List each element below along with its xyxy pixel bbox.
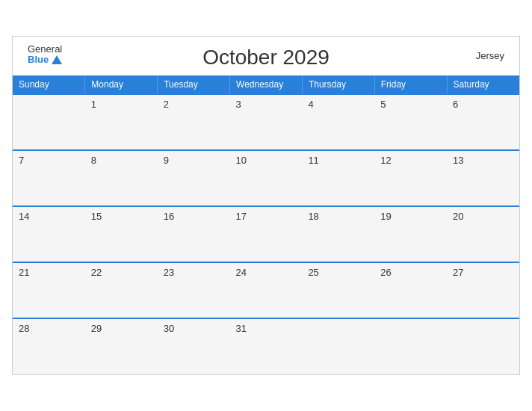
location-label: Jersey xyxy=(476,50,504,61)
calendar-body: 1234567891011121314151617181920212223242… xyxy=(13,94,519,374)
day-number: 12 xyxy=(380,155,391,166)
day-number: 6 xyxy=(453,99,458,110)
calendar-week-row: 21222324252627 xyxy=(13,262,519,318)
logo-triangle-icon xyxy=(52,55,62,64)
day-number: 11 xyxy=(308,155,318,166)
day-number: 27 xyxy=(453,267,463,278)
calendar-cell: 16 xyxy=(158,206,230,262)
calendar-cell: 19 xyxy=(374,206,447,262)
day-number: 24 xyxy=(236,267,247,278)
calendar-cell: 10 xyxy=(230,150,303,206)
day-number: 14 xyxy=(19,211,29,222)
calendar-cell: 2 xyxy=(158,94,230,150)
calendar-cell: 6 xyxy=(447,94,519,150)
day-number: 10 xyxy=(236,155,247,166)
day-number: 13 xyxy=(453,155,463,166)
calendar-cell: 3 xyxy=(230,94,303,150)
day-number: 2 xyxy=(164,99,169,110)
calendar-cell: 12 xyxy=(374,150,447,206)
calendar-cell: 29 xyxy=(85,318,158,374)
header-tuesday: Tuesday xyxy=(158,75,230,94)
day-number: 21 xyxy=(19,267,29,278)
calendar-cell: 11 xyxy=(302,150,374,206)
day-number: 8 xyxy=(91,155,96,166)
day-number: 31 xyxy=(236,323,247,334)
calendar-cell: 18 xyxy=(302,206,374,262)
calendar-container: General Blue October 2029 Jersey Sunday … xyxy=(12,36,520,375)
calendar-cell: 21 xyxy=(13,262,85,318)
calendar-cell: 20 xyxy=(447,206,519,262)
calendar-week-row: 28293031 xyxy=(13,318,519,374)
header-friday: Friday xyxy=(374,75,447,94)
calendar-cell: 23 xyxy=(158,262,230,318)
day-number: 20 xyxy=(453,211,463,222)
day-number: 30 xyxy=(164,323,174,334)
header-thursday: Thursday xyxy=(302,75,374,94)
day-number: 3 xyxy=(236,99,241,110)
day-number: 15 xyxy=(91,211,102,222)
calendar-cell: 28 xyxy=(13,318,85,374)
day-number: 17 xyxy=(236,211,247,222)
calendar-cell: 31 xyxy=(230,318,303,374)
calendar-cell: 14 xyxy=(13,206,85,262)
calendar-cell: 8 xyxy=(85,150,158,206)
header-monday: Monday xyxy=(85,75,158,94)
calendar-cell: 15 xyxy=(85,206,158,262)
day-number: 28 xyxy=(19,323,29,334)
calendar-cell xyxy=(302,318,374,374)
header-wednesday: Wednesday xyxy=(230,75,303,94)
day-number: 25 xyxy=(308,267,318,278)
calendar-cell: 4 xyxy=(302,94,374,150)
day-number: 7 xyxy=(19,155,24,166)
logo-general-text: General xyxy=(28,44,62,55)
calendar-cell: 5 xyxy=(374,94,447,150)
day-number: 4 xyxy=(308,99,313,110)
calendar-cell xyxy=(13,94,85,150)
day-number: 22 xyxy=(91,267,102,278)
calendar-cell: 7 xyxy=(13,150,85,206)
calendar-cell: 22 xyxy=(85,262,158,318)
day-number: 29 xyxy=(91,323,102,334)
day-number: 9 xyxy=(164,155,169,166)
days-header-row: Sunday Monday Tuesday Wednesday Thursday… xyxy=(13,75,519,94)
calendar-cell: 25 xyxy=(302,262,374,318)
calendar-cell: 1 xyxy=(85,94,158,150)
calendar-thead: Sunday Monday Tuesday Wednesday Thursday… xyxy=(13,75,519,94)
day-number: 26 xyxy=(380,267,391,278)
calendar-cell: 17 xyxy=(230,206,303,262)
day-number: 16 xyxy=(164,211,174,222)
calendar-title: October 2029 xyxy=(202,46,330,69)
calendar-cell: 13 xyxy=(447,150,519,206)
calendar-cell: 26 xyxy=(374,262,447,318)
day-number: 19 xyxy=(380,211,391,222)
calendar-cell: 30 xyxy=(158,318,230,374)
logo: General Blue xyxy=(28,44,62,66)
day-number: 23 xyxy=(164,267,174,278)
calendar-cell: 27 xyxy=(447,262,519,318)
calendar-cell: 24 xyxy=(230,262,303,318)
calendar-cell xyxy=(447,318,519,374)
header-saturday: Saturday xyxy=(447,75,519,94)
header-sunday: Sunday xyxy=(13,75,85,94)
logo-blue-text: Blue xyxy=(28,55,62,65)
calendar-header: General Blue October 2029 Jersey xyxy=(13,37,519,75)
calendar-cell: 9 xyxy=(158,150,230,206)
calendar-week-row: 78910111213 xyxy=(13,150,519,206)
day-number: 18 xyxy=(308,211,318,222)
day-number: 1 xyxy=(91,99,96,110)
calendar-week-row: 14151617181920 xyxy=(13,206,519,262)
calendar-week-row: 123456 xyxy=(13,94,519,150)
calendar-cell xyxy=(374,318,447,374)
day-number: 5 xyxy=(380,99,386,110)
calendar-grid: Sunday Monday Tuesday Wednesday Thursday… xyxy=(13,75,519,374)
